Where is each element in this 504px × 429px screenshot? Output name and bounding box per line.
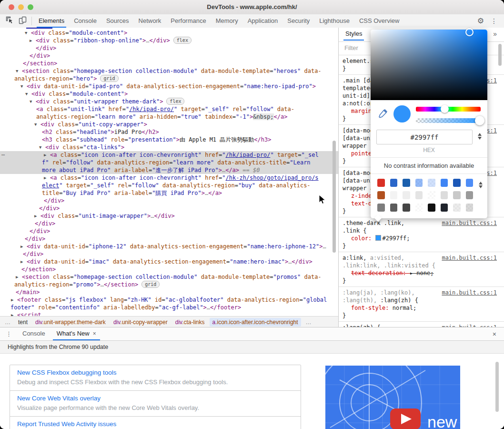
palette-swatch[interactable] (466, 204, 474, 212)
hue-slider[interactable] (416, 107, 481, 112)
drawer-kebab-icon[interactable]: ⋮ (0, 330, 17, 337)
code-line[interactable]: ▶<footer class="js flexbox" lang="zh-HK"… (0, 296, 338, 304)
palette-swatch[interactable] (390, 191, 398, 199)
expand-arrow-closed-icon[interactable]: ▶ (44, 174, 50, 182)
code-line[interactable]: ▼<div class="cta-links"> (0, 143, 338, 151)
tab-styles[interactable]: Styles (345, 30, 362, 37)
code-line[interactable]: </main> (0, 288, 338, 296)
palette-swatch[interactable] (415, 204, 423, 212)
whats-new-card[interactable]: New Core Web Vitals overlayVisualize pag… (10, 390, 301, 419)
palette-swatch[interactable] (428, 191, 435, 199)
expand-arrow-closed-icon[interactable]: ▶ (30, 37, 36, 44)
drawer-close-icon[interactable]: × (493, 330, 504, 338)
expand-arrow-open-icon[interactable]: ▼ (30, 98, 36, 105)
href-link[interactable]: /hk/ipad-pro/ (226, 152, 271, 158)
expand-arrow-closed-icon[interactable]: ▶ (16, 273, 22, 281)
code-line[interactable]: ▼<section class="homepage-section collec… (0, 67, 338, 75)
tab-sources[interactable]: Sources (101, 14, 134, 28)
tab-close-icon[interactable]: × (93, 330, 96, 337)
code-line[interactable]: ▶<a class="icon icon-after icon-chevronr… (0, 174, 338, 182)
drawer-tab-console[interactable]: Console (17, 327, 51, 340)
code-line[interactable]: ▼<div class="module-content"> (0, 90, 338, 98)
drawer-scrollbar[interactable] (495, 362, 499, 412)
tab-performance[interactable]: Performance (166, 14, 211, 28)
more-tabs-icon[interactable]: » (493, 30, 497, 38)
palette-swatch[interactable] (377, 191, 385, 199)
breadcrumb-item[interactable]: div.unit-wrapper.theme-dark (32, 318, 109, 327)
elements-tree[interactable]: ▼<div class="module-content">▶<div class… (0, 28, 338, 316)
code-line[interactable]: ▶<script … (0, 311, 338, 316)
expand-arrow-open-icon[interactable]: ▼ (16, 67, 22, 75)
whats-new-card[interactable]: New CSS Flexbox debugging toolsDebug and… (10, 365, 301, 393)
code-line[interactable]: more about iPad Pro" aria-label="進一步了解 i… (0, 166, 338, 174)
code-line[interactable]: ▶<section class="homepage-section collec… (0, 273, 338, 281)
code-line[interactable]: ▼<div data-unit-id="ipad-pro" data-analy… (0, 82, 338, 90)
palette-swatch[interactable] (390, 179, 398, 187)
breadcrumb-item[interactable]: a.icon.icon-after.icon-chevronright (210, 318, 301, 327)
layout-badge[interactable]: flex (173, 37, 192, 44)
css-declaration[interactable]: font-style: normal; (343, 304, 504, 312)
color-swatch[interactable] (375, 235, 381, 241)
whats-new-card[interactable]: Report Trusted Web Activity issuesDebug … (10, 416, 301, 429)
palette-swatch[interactable] (415, 179, 423, 187)
card-title-link[interactable]: New Core Web Vitals overlay (17, 395, 293, 402)
code-line[interactable]: analytics-region="hero">grid (0, 75, 338, 82)
tab-memory[interactable]: Memory (211, 14, 243, 28)
href-link[interactable]: /hk-zh/shop/goto/ipad_pro/s (226, 174, 319, 181)
code-line[interactable]: ▼<div class="module-content"> (0, 29, 338, 37)
expand-arrow-closed-icon[interactable]: ▶ (34, 212, 40, 220)
palette-swatch[interactable] (441, 204, 448, 212)
expand-arrow-open-icon[interactable]: ▼ (20, 82, 27, 90)
eyedropper-icon[interactable] (377, 109, 388, 121)
tab-application[interactable]: Application (243, 14, 283, 28)
code-line[interactable]: </div> (0, 235, 338, 243)
inspect-icon[interactable] (6, 16, 14, 26)
current-color-swatch[interactable] (393, 105, 411, 123)
css-declaration[interactable]: text-decoration: ▸ none; (343, 269, 504, 277)
tab-elements[interactable]: Elements (34, 14, 69, 28)
code-line[interactable]: </div> (0, 227, 338, 235)
palette-swatch[interactable] (466, 179, 474, 187)
breadcrumb-item[interactable]: tent (15, 318, 30, 327)
code-line[interactable]: </div> (0, 250, 338, 258)
code-line[interactable]: ▶<div data-unit-id="imac" data-analytics… (0, 258, 338, 266)
stylesheet-link[interactable]: main.built.css:1 (442, 289, 497, 296)
palette-swatch[interactable] (403, 179, 410, 187)
code-line[interactable]: f" rel="follow" data-analytics-region="l… (0, 159, 338, 166)
styles-scrollbar[interactable] (498, 44, 502, 66)
card-title-link[interactable]: Report Trusted Web Activity issues (17, 420, 293, 428)
layout-badge[interactable]: flex (166, 98, 184, 105)
code-line[interactable]: </div> (0, 44, 338, 52)
palette-swatch[interactable] (403, 204, 410, 212)
breadcrumb-item[interactable]: … (2, 318, 13, 327)
hue-handle[interactable] (441, 105, 449, 113)
tab-console[interactable]: Console (69, 14, 101, 28)
code-line[interactable]: </div> (0, 204, 338, 212)
layout-badge[interactable]: grid (141, 281, 160, 288)
code-line[interactable]: elect" target="_self" rel="follow" data-… (0, 182, 338, 189)
css-declaration[interactable]: color: #2997ff; (343, 235, 504, 242)
palette-swatch[interactable] (453, 191, 461, 199)
expand-arrow-open-icon[interactable]: ▼ (34, 121, 40, 128)
video-thumbnail[interactable]: new 90 (325, 366, 460, 429)
stylesheet-link[interactable]: main.built.css:1 (442, 254, 497, 262)
code-line[interactable]: </div> (0, 197, 338, 204)
tab-security[interactable]: Security (282, 14, 314, 28)
href-link[interactable]: /hk/ipad-pro/ (129, 106, 174, 112)
code-line[interactable]: analytics-region="learn more" aria-hidde… (0, 113, 338, 121)
code-line[interactable]: </section> (0, 60, 338, 67)
expand-arrow-closed-icon[interactable]: ▶ (11, 296, 17, 304)
code-line[interactable]: ▼<div class="unit-copy-wrapper"> (0, 121, 338, 128)
code-line[interactable]: </div> (0, 220, 338, 227)
palette-swatch[interactable] (428, 204, 435, 212)
palette-swatch[interactable] (377, 179, 385, 187)
elements-scrollbar[interactable] (333, 141, 336, 253)
palette-swatch[interactable] (428, 179, 435, 187)
css-rule[interactable]: main.built.css:1.theme-dark .link,.link … (339, 217, 504, 252)
device-toolbar-icon[interactable] (19, 16, 27, 26)
href-link[interactable]: elect (42, 182, 59, 189)
code-line[interactable]: analytics-region="promo">…</section>grid (0, 281, 338, 288)
code-line[interactable]: title="Buy iPad Pro" aria-label="購買 iPad… (0, 189, 338, 197)
breadcrumb-item[interactable]: div.unit-copy-wrapper (111, 318, 171, 327)
palette-swatch[interactable] (441, 191, 448, 199)
